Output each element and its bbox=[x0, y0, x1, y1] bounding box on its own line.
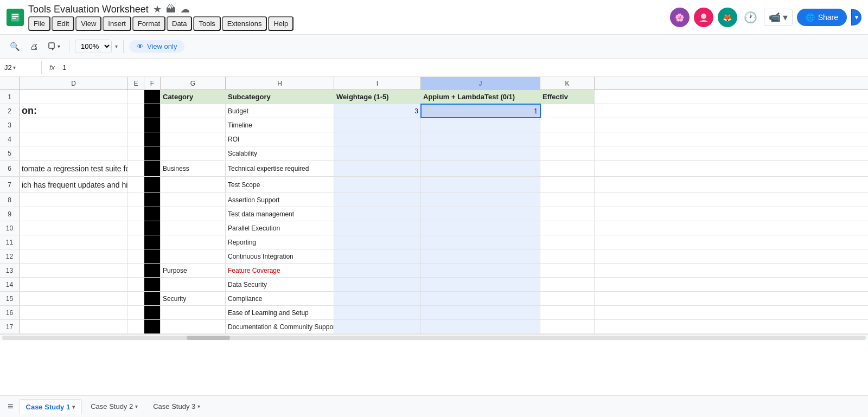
col-header-j[interactable]: J bbox=[421, 77, 540, 90]
cell-h3[interactable]: Timeline bbox=[226, 118, 334, 132]
cell-h13[interactable]: Feature Coverage bbox=[226, 264, 334, 277]
cell-f5[interactable] bbox=[144, 146, 161, 160]
cell-g4[interactable] bbox=[161, 132, 226, 146]
history-icon[interactable]: 🏔 bbox=[166, 4, 176, 15]
horizontal-scrollbar[interactable] bbox=[0, 334, 868, 341]
cell-e4[interactable] bbox=[128, 132, 144, 146]
cell-k5[interactable] bbox=[540, 146, 595, 160]
cell-j11[interactable] bbox=[421, 235, 540, 249]
cell-g11[interactable] bbox=[161, 235, 226, 249]
cell-e15[interactable] bbox=[128, 292, 144, 305]
search-button[interactable]: 🔍 bbox=[7, 40, 23, 54]
cell-j6[interactable] bbox=[421, 161, 540, 176]
share-dropdown-arrow[interactable]: ▾ bbox=[851, 9, 861, 25]
cell-e16[interactable] bbox=[128, 306, 144, 319]
cell-k14[interactable] bbox=[540, 278, 595, 291]
cell-g7[interactable] bbox=[161, 177, 226, 193]
cell-j1[interactable]: Appium + LambdaTest (0/1) bbox=[421, 90, 540, 104]
cell-i7[interactable] bbox=[334, 177, 421, 193]
cell-d6[interactable]: tomate a regression test suite for a cri… bbox=[20, 161, 128, 176]
cell-k13[interactable] bbox=[540, 264, 595, 277]
cell-h15[interactable]: Compliance bbox=[226, 292, 334, 305]
share-button[interactable]: 🌐 Share bbox=[797, 9, 847, 26]
tab-3-arrow[interactable]: ▾ bbox=[197, 403, 200, 409]
cell-i6[interactable] bbox=[334, 161, 421, 176]
menu-tools[interactable]: Tools bbox=[193, 16, 220, 31]
cell-d2[interactable]: on: bbox=[20, 104, 128, 118]
cell-g5[interactable] bbox=[161, 146, 226, 160]
cell-j4[interactable] bbox=[421, 132, 540, 146]
cell-e17[interactable] bbox=[128, 320, 144, 333]
sheets-menu-button[interactable]: ≡ bbox=[4, 397, 17, 415]
zoom-selector[interactable]: 100% 75% 125% bbox=[75, 40, 112, 53]
cloud-icon[interactable]: ☁ bbox=[180, 3, 190, 15]
cell-h12[interactable]: Continuous Integration bbox=[226, 249, 334, 263]
cell-j5[interactable] bbox=[421, 146, 540, 160]
tab-case-study-1[interactable]: Case Study 1 ▾ bbox=[19, 399, 82, 414]
cell-j16[interactable] bbox=[421, 306, 540, 319]
cell-e6[interactable] bbox=[128, 161, 144, 176]
cell-f11[interactable] bbox=[144, 235, 161, 249]
tab-case-study-2[interactable]: Case Study 2 ▾ bbox=[84, 399, 144, 414]
cell-h4[interactable]: ROI bbox=[226, 132, 334, 146]
cell-i2[interactable]: 3 bbox=[334, 104, 421, 118]
doc-title[interactable]: Tools Evaluation Worksheet bbox=[28, 4, 149, 15]
cell-i4[interactable] bbox=[334, 132, 421, 146]
cell-i17[interactable] bbox=[334, 320, 421, 333]
cell-k9[interactable] bbox=[540, 207, 595, 221]
cell-i14[interactable] bbox=[334, 278, 421, 291]
cell-h5[interactable]: Scalability bbox=[226, 146, 334, 160]
cell-d8[interactable] bbox=[20, 193, 128, 207]
cell-h17[interactable]: Documentation & Community Support bbox=[226, 320, 334, 333]
cell-j8[interactable] bbox=[421, 193, 540, 207]
cell-f15[interactable] bbox=[144, 292, 161, 305]
cell-j2[interactable]: 1 bbox=[421, 104, 540, 118]
menu-help[interactable]: Help bbox=[268, 16, 293, 31]
cell-g14[interactable] bbox=[161, 278, 226, 291]
col-header-f[interactable]: F bbox=[144, 77, 161, 90]
col-header-d[interactable]: D bbox=[20, 77, 128, 90]
cell-h6[interactable]: Technical expertise required bbox=[226, 161, 334, 176]
avatar-3[interactable]: 🦊 bbox=[718, 8, 737, 27]
cell-reference[interactable]: J2 ▾ bbox=[4, 63, 37, 72]
format-paint-button[interactable]: ▾ bbox=[44, 40, 63, 54]
cell-k2[interactable] bbox=[540, 104, 595, 118]
cell-f13[interactable] bbox=[144, 264, 161, 277]
cell-h14[interactable]: Data Security bbox=[226, 278, 334, 291]
cell-k1[interactable]: Effectiv bbox=[540, 90, 595, 104]
col-header-e[interactable]: E bbox=[128, 77, 144, 90]
cell-f4[interactable] bbox=[144, 132, 161, 146]
cell-f1[interactable] bbox=[144, 90, 161, 104]
cell-g16[interactable] bbox=[161, 306, 226, 319]
cell-e13[interactable] bbox=[128, 264, 144, 277]
avatar-2[interactable] bbox=[694, 8, 713, 27]
cell-j10[interactable] bbox=[421, 221, 540, 235]
cell-h8[interactable]: Assertion Support bbox=[226, 193, 334, 207]
cell-e10[interactable] bbox=[128, 221, 144, 235]
cell-i11[interactable] bbox=[334, 235, 421, 249]
cell-h10[interactable]: Parallel Execution bbox=[226, 221, 334, 235]
cell-j3[interactable] bbox=[421, 118, 540, 132]
cell-i15[interactable] bbox=[334, 292, 421, 305]
cell-d10[interactable] bbox=[20, 221, 128, 235]
cell-d3[interactable] bbox=[20, 118, 128, 132]
menu-edit[interactable]: Edit bbox=[52, 16, 74, 31]
cell-e8[interactable] bbox=[128, 193, 144, 207]
cell-d13[interactable] bbox=[20, 264, 128, 277]
scroll-track[interactable] bbox=[2, 336, 866, 340]
cell-f16[interactable] bbox=[144, 306, 161, 319]
cell-j14[interactable] bbox=[421, 278, 540, 291]
cell-i10[interactable] bbox=[334, 221, 421, 235]
cell-f8[interactable] bbox=[144, 193, 161, 207]
cell-e1[interactable] bbox=[128, 90, 144, 104]
cell-k10[interactable] bbox=[540, 221, 595, 235]
cell-f2[interactable] bbox=[144, 104, 161, 118]
cell-j12[interactable] bbox=[421, 249, 540, 263]
menu-insert[interactable]: Insert bbox=[103, 16, 131, 31]
cell-f7[interactable] bbox=[144, 177, 161, 193]
cell-j13[interactable] bbox=[421, 264, 540, 277]
cell-i16[interactable] bbox=[334, 306, 421, 319]
cell-k8[interactable] bbox=[540, 193, 595, 207]
cell-e5[interactable] bbox=[128, 146, 144, 160]
cell-k6[interactable] bbox=[540, 161, 595, 176]
